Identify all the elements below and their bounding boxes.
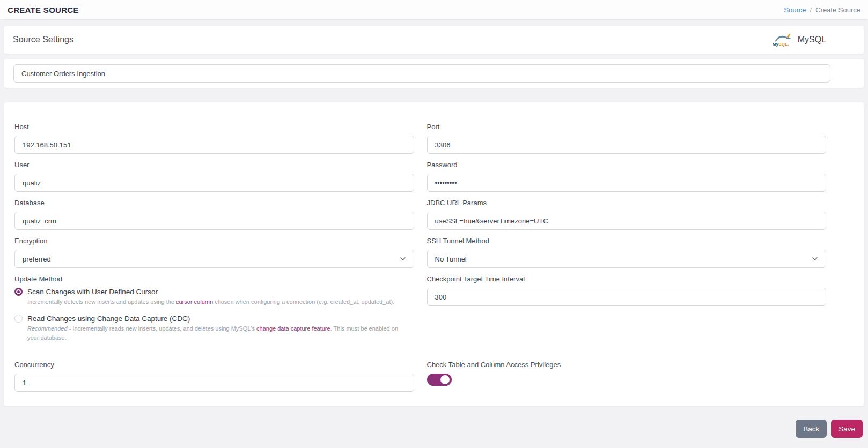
- host-field-group: Host: [14, 123, 414, 154]
- radio-unselected-icon[interactable]: [14, 315, 23, 323]
- database-field-group: Database: [14, 199, 414, 230]
- breadcrumb-separator: /: [810, 6, 812, 14]
- page-title: CREATE SOURCE: [8, 5, 79, 14]
- source-settings-card: Source Settings MySQL. MySQL: [4, 26, 864, 54]
- concurrency-input[interactable]: [14, 374, 414, 392]
- user-label: User: [14, 161, 414, 169]
- concurrency-label: Concurrency: [14, 361, 414, 369]
- jdbc-field-group: JDBC URL Params: [427, 199, 827, 230]
- password-field-group: Password: [427, 161, 827, 192]
- database-label: Database: [14, 199, 414, 207]
- mysql-logo-wordmark: MySQL.: [773, 42, 789, 47]
- update-method-option-cdc: Read Changes using Change Data Capture (…: [14, 315, 414, 342]
- port-field-group: Port: [427, 123, 827, 154]
- connection-form-card: Host Port User Password Database JDBC UR…: [4, 102, 864, 406]
- radio-cdc-title: Read Changes using Change Data Capture (…: [27, 315, 190, 323]
- mysql-logo-icon: MySQL.: [773, 33, 793, 47]
- ssh-field-group: SSH Tunnel Method No Tunnel: [427, 237, 827, 268]
- footer-actions: Back Save: [0, 420, 863, 438]
- breadcrumb: Source / Create Source: [784, 6, 860, 14]
- breadcrumb-current: Create Source: [815, 6, 860, 14]
- chevron-down-icon: [812, 256, 818, 262]
- radio-cdc[interactable]: Read Changes using Change Data Capture (…: [14, 315, 414, 323]
- encryption-select[interactable]: preferred: [14, 250, 414, 268]
- encryption-field-group: Encryption preferred: [14, 237, 414, 268]
- encryption-label: Encryption: [14, 237, 414, 245]
- radio-selected-icon[interactable]: [14, 288, 23, 296]
- privileges-toggle-label: Check Table and Column Access Privileges: [427, 361, 827, 369]
- checkpoint-field-group: Checkpoint Target Time Interval: [427, 275, 827, 354]
- checkpoint-label: Checkpoint Target Time Interval: [427, 275, 827, 283]
- user-input[interactable]: [14, 174, 414, 192]
- radio-cursor[interactable]: Scan Changes with User Defined Cursor: [14, 288, 414, 296]
- update-method-group: Update Method Scan Changes with User Def…: [14, 275, 414, 354]
- host-label: Host: [14, 123, 414, 131]
- source-name-input[interactable]: [13, 64, 830, 83]
- jdbc-label: JDBC URL Params: [427, 199, 827, 207]
- save-button[interactable]: Save: [831, 420, 863, 438]
- update-method-option-cursor: Scan Changes with User Defined Cursor In…: [14, 288, 414, 307]
- radio-cursor-description: Incrementally detects new inserts and up…: [27, 297, 403, 307]
- jdbc-input[interactable]: [427, 212, 827, 230]
- encryption-selected-value: preferred: [23, 255, 51, 263]
- update-method-label: Update Method: [14, 275, 414, 283]
- user-field-group: User: [14, 161, 414, 192]
- connector-name: MySQL: [798, 35, 826, 44]
- ssh-selected-value: No Tunnel: [435, 255, 467, 263]
- back-button[interactable]: Back: [796, 420, 827, 438]
- toggle-knob: [440, 375, 450, 384]
- top-bar: CREATE SOURCE Source / Create Source: [0, 0, 868, 19]
- password-input[interactable]: [427, 174, 827, 192]
- source-name-card: [4, 59, 864, 88]
- chevron-down-icon: [400, 256, 406, 262]
- ssh-tunnel-select[interactable]: No Tunnel: [427, 250, 827, 268]
- host-input[interactable]: [14, 136, 414, 154]
- breadcrumb-source-link[interactable]: Source: [784, 6, 806, 14]
- checkpoint-input[interactable]: [427, 288, 827, 306]
- radio-cdc-description: Recommended - Incrementally reads new in…: [27, 324, 403, 342]
- database-input[interactable]: [14, 212, 414, 230]
- privileges-toggle[interactable]: [427, 374, 452, 386]
- privileges-field-group: Check Table and Column Access Privileges: [427, 361, 827, 392]
- source-settings-title: Source Settings: [13, 35, 73, 44]
- ssh-label: SSH Tunnel Method: [427, 237, 827, 245]
- cursor-column-link[interactable]: cursor column: [176, 298, 213, 305]
- connector-info: MySQL. MySQL: [773, 33, 826, 47]
- radio-cursor-title: Scan Changes with User Defined Cursor: [27, 288, 158, 296]
- password-label: Password: [427, 161, 827, 169]
- concurrency-field-group: Concurrency: [14, 361, 414, 392]
- port-input[interactable]: [427, 136, 827, 154]
- port-label: Port: [427, 123, 827, 131]
- cdc-feature-link[interactable]: change data capture feature: [256, 325, 330, 332]
